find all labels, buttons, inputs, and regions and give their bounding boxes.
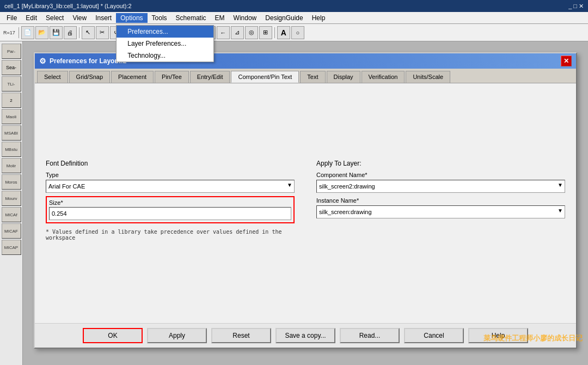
toolbar-btn-circle[interactable]: ○ bbox=[291, 26, 304, 39]
reset-button[interactable]: Reset bbox=[211, 328, 271, 343]
tab-verification[interactable]: Verification bbox=[362, 71, 405, 83]
menu-bar: File Edit Select View Insert Options Pre… bbox=[0, 12, 588, 24]
apply-to-layer-section: Apply To Layer: Component Name* silk_scr… bbox=[316, 160, 565, 241]
menu-em[interactable]: EM bbox=[211, 13, 229, 23]
side-btn-msabi[interactable]: MSABI bbox=[2, 125, 21, 141]
options-dropdown: Preferences... Layer Preferences... Tech… bbox=[116, 25, 214, 62]
side-btn-micap[interactable]: MICAP bbox=[2, 240, 21, 255]
tab-units-scale[interactable]: Units/Scale bbox=[406, 71, 450, 83]
toolbar-btn-cursor[interactable]: ↖ bbox=[82, 26, 95, 39]
menu-designguide[interactable]: DesignGuide bbox=[261, 13, 307, 23]
dialog-buttons: OK Apply Reset Save a copy... Read... Ca… bbox=[35, 323, 576, 348]
title-bar: cell_1 [MyLibrary3_lib:cell_1:layout] * … bbox=[0, 0, 588, 12]
menu-file[interactable]: File bbox=[2, 13, 21, 23]
side-btn-search[interactable]: Sea- bbox=[2, 60, 21, 75]
type-label: Type bbox=[46, 172, 295, 178]
tab-placement[interactable]: Placement bbox=[111, 71, 154, 83]
tab-text[interactable]: Text bbox=[300, 71, 325, 83]
menu-insert[interactable]: Insert bbox=[91, 13, 116, 23]
tab-entry-edit[interactable]: Entry/Edit bbox=[190, 71, 230, 83]
toolbar-btn-new[interactable]: 📄 bbox=[21, 26, 34, 39]
side-btn-molir[interactable]: Molir bbox=[2, 158, 21, 173]
apply-to-layer-label: Apply To Layer: bbox=[316, 160, 565, 167]
preferences-dialog: ⚙ Preferences for Layout:2 ✕ Select Grid… bbox=[34, 52, 577, 349]
component-name-label: Component Name* bbox=[316, 172, 565, 178]
type-select-wrapper: Arial For CAE bbox=[46, 180, 295, 193]
type-select[interactable]: Arial For CAE bbox=[46, 180, 295, 193]
toolbar-btn-7[interactable]: ⊿ bbox=[231, 26, 244, 39]
read-button[interactable]: Read... bbox=[340, 328, 400, 343]
tab-display[interactable]: Display bbox=[327, 71, 360, 83]
dialog-content: Font Definition Type Arial For CAE Size* bbox=[35, 83, 576, 323]
menu-options-container: Options Preferences... Layer Preferences… bbox=[116, 13, 147, 23]
instance-name-select-wrapper: silk_screen:drawing bbox=[316, 205, 565, 218]
tab-grid[interactable]: Grid/Snap bbox=[69, 71, 111, 83]
toolbar-btn-save[interactable]: 💾 bbox=[50, 26, 63, 39]
side-btn-mourv[interactable]: Mourv bbox=[2, 191, 21, 206]
help-button[interactable]: Help bbox=[468, 328, 528, 343]
toolbar-btn-text[interactable]: A bbox=[277, 26, 290, 39]
dialog-title-text: ⚙ Preferences for Layout:2 bbox=[39, 57, 126, 65]
menu-edit[interactable]: Edit bbox=[21, 13, 41, 23]
dialog-icon: ⚙ bbox=[39, 57, 46, 65]
dropdown-layer-preferences[interactable]: Layer Preferences... bbox=[117, 38, 213, 50]
menu-help[interactable]: Help bbox=[308, 13, 330, 23]
tab-select[interactable]: Select bbox=[37, 71, 68, 83]
side-btn-par[interactable]: Par- bbox=[2, 44, 21, 59]
toolbar-btn-open[interactable]: 📂 bbox=[35, 26, 48, 39]
dropdown-technology[interactable]: Technology... bbox=[117, 50, 213, 62]
size-red-box: Size* bbox=[46, 196, 295, 223]
menu-schematic[interactable]: Schematic bbox=[171, 13, 211, 23]
title-bar-controls: _ □ ✕ bbox=[568, 3, 584, 10]
side-btn-micaf[interactable]: MICAf bbox=[2, 207, 21, 222]
dialog-tabs: Select Grid/Snap Placement Pin/Tee Entry… bbox=[35, 69, 576, 83]
instance-name-label: Instance Name* bbox=[316, 197, 565, 204]
tab-pin-tee[interactable]: Pin/Tee bbox=[155, 71, 189, 83]
component-name-select[interactable]: silk_screen2:drawing bbox=[316, 180, 565, 193]
instance-name-select[interactable]: silk_screen:drawing bbox=[316, 205, 565, 218]
side-btn-maoli[interactable]: Maoli bbox=[2, 109, 21, 124]
toolbar-btn-cut[interactable]: ✂ bbox=[96, 26, 109, 39]
size-input[interactable] bbox=[49, 207, 291, 220]
component-name-select-wrapper: silk_screen2:drawing bbox=[316, 180, 565, 193]
dropdown-preferences[interactable]: Preferences... bbox=[117, 26, 213, 38]
title-bar-text: cell_1 [MyLibrary3_lib:cell_1:layout] * … bbox=[4, 3, 132, 9]
side-btn-tli[interactable]: TLi- bbox=[2, 76, 21, 92]
font-definition-label: Font Definition bbox=[46, 160, 295, 167]
side-btn-2[interactable]: 2 bbox=[2, 93, 21, 108]
menu-select[interactable]: Select bbox=[41, 13, 68, 23]
dialog-close-button[interactable]: ✕ bbox=[561, 56, 572, 66]
toolbar-btn-6[interactable]: ← bbox=[217, 26, 230, 39]
r-indicator: R=17 bbox=[2, 29, 16, 36]
save-copy-button[interactable]: Save a copy... bbox=[275, 328, 335, 343]
toolbar-btn-8[interactable]: ◎ bbox=[245, 26, 258, 39]
toolbar-sep-2 bbox=[79, 27, 79, 38]
toolbar-btn-9[interactable]: ⊞ bbox=[259, 26, 272, 39]
menu-options[interactable]: Options bbox=[116, 13, 147, 23]
toolbar-sep-1 bbox=[19, 27, 19, 38]
footnote-text: * Values defined in a library take prece… bbox=[46, 229, 295, 241]
form-container: Font Definition Type Arial For CAE Size* bbox=[46, 160, 565, 241]
dialog-overlay: ⚙ Preferences for Layout:2 ✕ Select Grid… bbox=[23, 41, 588, 365]
menu-tools[interactable]: Tools bbox=[148, 13, 171, 23]
menu-view[interactable]: View bbox=[68, 13, 91, 23]
apply-button[interactable]: Apply bbox=[147, 328, 207, 343]
menu-window[interactable]: Window bbox=[229, 13, 261, 23]
toolbar: R=17 📄 📂 💾 🖨 ↖ ✂ ↺ ⟺ ⊢ ⊕ ⊗ 🔍 → ← ⊿ ◎ ⊞ A… bbox=[0, 24, 588, 41]
font-definition-section: Font Definition Type Arial For CAE Size* bbox=[46, 160, 295, 241]
tab-component-pin-text[interactable]: Component/Pin Text bbox=[231, 71, 299, 83]
ok-button[interactable]: OK bbox=[83, 328, 143, 343]
side-btn-micaf2[interactable]: MICAF bbox=[2, 223, 21, 239]
toolbar-btn-print[interactable]: 🖨 bbox=[64, 26, 77, 39]
side-btn-moros[interactable]: Moros bbox=[2, 174, 21, 190]
size-label: Size* bbox=[49, 199, 291, 206]
cancel-button[interactable]: Cancel bbox=[404, 328, 464, 343]
side-panel: Par- Sea- TLi- 2 Maoli MSABI MBstu Molir… bbox=[0, 41, 23, 365]
toolbar-sep-5 bbox=[274, 27, 275, 38]
side-btn-mbstu[interactable]: MBstu bbox=[2, 142, 21, 157]
main-area: ⚙ Preferences for Layout:2 ✕ Select Grid… bbox=[23, 41, 588, 365]
